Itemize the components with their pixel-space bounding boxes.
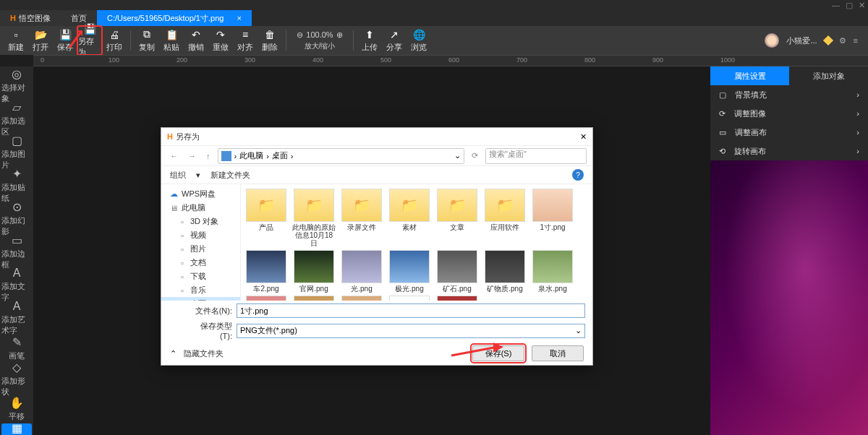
- cancel-button[interactable]: 取消: [532, 345, 584, 361]
- tool-添加文字[interactable]: A添加文字: [1, 269, 32, 301]
- premium-icon[interactable]: [823, 35, 833, 46]
- tree-icon: ☁: [169, 189, 179, 199]
- minimize-icon[interactable]: —: [832, 1, 840, 10]
- tree-icon: ▫: [177, 272, 187, 281]
- dialog-close-icon[interactable]: ✕: [580, 132, 587, 142]
- file-item[interactable]: 车2.png: [244, 250, 289, 293]
- save-confirm-button[interactable]: 保存(S): [472, 345, 524, 361]
- file-item[interactable]: 📁应用软件: [482, 189, 527, 247]
- tool-添加图片[interactable]: ▢添加图片: [1, 136, 32, 168]
- open-button[interactable]: 📂打开: [29, 27, 52, 54]
- nav-up-icon[interactable]: ↑: [203, 152, 213, 160]
- redo-icon: ↷: [215, 29, 226, 40]
- tab-file[interactable]: C:/Users/51965/Desktop/1寸.png×: [97, 10, 252, 26]
- nav-forward-icon[interactable]: →: [185, 152, 199, 160]
- prop-调整图像[interactable]: ⟳调整图像›: [710, 104, 868, 123]
- prop-背景填充[interactable]: ▢背景填充›: [710, 85, 868, 104]
- tool-添加幻影[interactable]: ⊙添加幻影: [1, 202, 32, 234]
- tab-close-icon[interactable]: ×: [237, 14, 241, 22]
- tree-node[interactable]: ▫文档: [161, 256, 240, 270]
- settings-icon[interactable]: ⚙: [839, 36, 846, 46]
- delete-button[interactable]: 🗑删除: [258, 27, 281, 54]
- crumb-dropdown-icon[interactable]: ⌄: [454, 151, 461, 160]
- tab-properties[interactable]: 属性设置: [710, 66, 789, 85]
- tab-app[interactable]: H悟空图像: [0, 10, 61, 26]
- file-item[interactable]: 极光.png: [387, 250, 432, 293]
- prop-旋转画布[interactable]: ⟲旋转画布›: [710, 142, 868, 160]
- file-item[interactable]: 泉水.png: [530, 250, 575, 293]
- file-item[interactable]: 📁文章: [435, 189, 480, 247]
- saveas-button[interactable]: 💾另存为: [78, 27, 101, 54]
- paste-button[interactable]: 📋粘贴: [160, 27, 183, 54]
- tool-icon: ◇: [12, 361, 21, 374]
- filetype-select[interactable]: PNG文件(*.png)⌄: [237, 324, 585, 338]
- crumb-desktop[interactable]: 桌面: [272, 150, 288, 161]
- new-folder-button[interactable]: 新建文件夹: [210, 170, 250, 181]
- tool-添加选区[interactable]: ▱添加选区: [1, 103, 32, 134]
- undo-button[interactable]: ↶撤销: [184, 27, 208, 54]
- tree-node[interactable]: ▫图片: [161, 242, 240, 256]
- file-item[interactable]: 矿物质.png: [482, 250, 527, 293]
- file-item[interactable]: 📁素材: [387, 189, 432, 247]
- user-avatar[interactable]: [765, 33, 779, 48]
- tree-node[interactable]: ▫视频: [161, 228, 240, 242]
- file-item[interactable]: 📁此电脑的原始信息10月18日: [292, 189, 336, 247]
- collapse-icon[interactable]: ⌃: [170, 349, 176, 358]
- help-icon[interactable]: ?: [572, 169, 584, 181]
- organize-menu[interactable]: 组织: [170, 170, 186, 181]
- tree-node[interactable]: ▫3D 对象: [161, 215, 240, 228]
- nav-back-icon[interactable]: ←: [167, 152, 181, 160]
- file-label: 此电脑的原始信息10月18日: [292, 223, 336, 247]
- tool-画笔[interactable]: ✎画笔: [1, 335, 32, 361]
- tree-node[interactable]: ▫音乐: [161, 283, 240, 297]
- copy-button[interactable]: ⧉复制: [135, 27, 158, 54]
- tool-添加边框[interactable]: ▭添加边框: [1, 236, 32, 267]
- tree-node[interactable]: ☁WPS网盘: [161, 187, 240, 201]
- close-icon[interactable]: ✕: [859, 1, 865, 10]
- zoom-control[interactable]: ⊖100.0%⊕ 放大/缩小: [291, 30, 349, 51]
- file-thumb: [485, 250, 525, 283]
- tool-选择对象[interactable]: ◎选择对象: [1, 69, 32, 101]
- save-button[interactable]: 💾保存: [54, 27, 77, 54]
- tool-画布设置[interactable]: ▦画布设置: [1, 423, 32, 435]
- refresh-icon[interactable]: ⟳: [469, 151, 481, 160]
- tool-添加贴纸[interactable]: ✦添加贴纸: [1, 169, 32, 201]
- prop-调整画布[interactable]: ▭调整画布›: [710, 123, 868, 142]
- align-button[interactable]: ≡对齐: [234, 27, 257, 54]
- tree-node[interactable]: ▫下载: [161, 270, 240, 283]
- file-item[interactable]: [339, 296, 384, 301]
- upload-button[interactable]: ⬆上传: [358, 27, 381, 54]
- tool-添加艺术字[interactable]: A添加艺术字: [1, 302, 32, 334]
- file-item[interactable]: 光.png: [339, 250, 384, 293]
- zoomout-icon[interactable]: ⊖: [297, 30, 303, 40]
- print-button[interactable]: 🖨打印: [103, 27, 126, 54]
- tab-add-object[interactable]: 添加对象: [789, 66, 868, 85]
- crumb-pc[interactable]: 此电脑: [239, 150, 263, 161]
- file-label: 文章: [450, 223, 464, 231]
- tool-添加形状[interactable]: ◇添加形状: [1, 363, 32, 395]
- file-item[interactable]: 官网.png: [292, 250, 336, 293]
- tree-node[interactable]: 🖥此电脑: [161, 201, 240, 215]
- new-button[interactable]: ▫新建: [4, 27, 27, 54]
- filename-input[interactable]: [237, 303, 585, 318]
- maximize-icon[interactable]: ▢: [846, 1, 853, 10]
- file-item[interactable]: 矿石.png: [435, 250, 480, 293]
- hide-folders-link[interactable]: 隐藏文件夹: [184, 348, 224, 359]
- file-item[interactable]: 1寸.png: [530, 189, 575, 247]
- file-item[interactable]: 📁录屏文件: [339, 189, 384, 247]
- file-item[interactable]: [387, 296, 432, 301]
- zoomin-icon[interactable]: ⊕: [336, 30, 343, 40]
- menu-icon[interactable]: ≡: [854, 36, 858, 45]
- share-button[interactable]: ↗分享: [383, 27, 406, 54]
- redo-button[interactable]: ↷重做: [209, 27, 232, 54]
- browse-button[interactable]: 🌐浏览: [407, 27, 430, 54]
- file-list[interactable]: 📁产品📁此电脑的原始信息10月18日📁录屏文件📁素材📁文章📁应用软件1寸.png…: [241, 184, 592, 301]
- file-item[interactable]: 📁产品: [244, 189, 289, 247]
- file-item[interactable]: [244, 296, 289, 301]
- file-item[interactable]: [292, 296, 336, 301]
- search-input[interactable]: 搜索"桌面": [485, 148, 587, 164]
- file-thumb: [294, 296, 334, 301]
- file-item[interactable]: [435, 296, 480, 301]
- tool-平移[interactable]: ✋平移: [1, 396, 32, 422]
- breadcrumb[interactable]: › 此电脑 › 桌面 › ⌄: [218, 148, 465, 164]
